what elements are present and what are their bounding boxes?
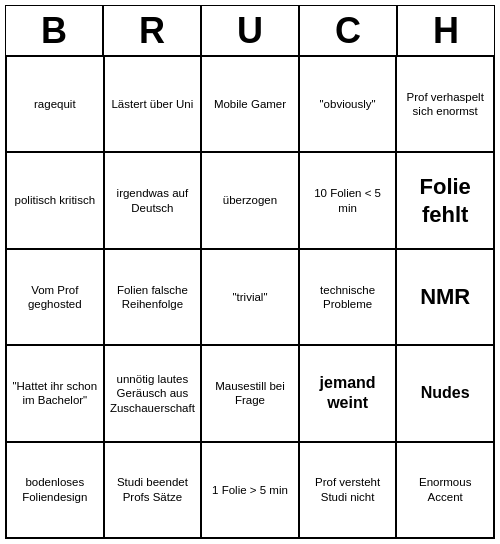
bingo-cell-1[interactable]: Lästert über Uni <box>104 56 202 152</box>
bingo-cell-21[interactable]: Studi beendet Profs Sätze <box>104 442 202 538</box>
bingo-cell-19[interactable]: Nudes <box>396 345 494 441</box>
bingo-cell-24[interactable]: Enormous Accent <box>396 442 494 538</box>
bingo-cell-6[interactable]: irgendwas auf Deutsch <box>104 152 202 248</box>
header-letter-R: R <box>103 5 201 55</box>
bingo-cell-0[interactable]: ragequit <box>6 56 104 152</box>
bingo-cell-22[interactable]: 1 Folie > 5 min <box>201 442 299 538</box>
bingo-grid: ragequitLästert über UniMobile Gamer"obv… <box>5 55 495 539</box>
bingo-cell-9[interactable]: Folie fehlt <box>396 152 494 248</box>
bingo-cell-12[interactable]: "trivial" <box>201 249 299 345</box>
header-letter-H: H <box>397 5 495 55</box>
bingo-cell-17[interactable]: Mausestill bei Frage <box>201 345 299 441</box>
bingo-cell-23[interactable]: Prof versteht Studi nicht <box>299 442 397 538</box>
bingo-cell-7[interactable]: überzogen <box>201 152 299 248</box>
header-letter-C: C <box>299 5 397 55</box>
bingo-cell-3[interactable]: "obviously" <box>299 56 397 152</box>
bingo-cell-15[interactable]: "Hattet ihr schon im Bachelor" <box>6 345 104 441</box>
bingo-cell-11[interactable]: Folien falsche Reihenfolge <box>104 249 202 345</box>
bingo-cell-10[interactable]: Vom Prof geghosted <box>6 249 104 345</box>
bingo-header: BRUCH <box>5 5 495 55</box>
bingo-cell-18[interactable]: jemand weint <box>299 345 397 441</box>
bingo-cell-13[interactable]: technische Probleme <box>299 249 397 345</box>
bingo-cell-4[interactable]: Prof verhaspelt sich enormst <box>396 56 494 152</box>
header-letter-U: U <box>201 5 299 55</box>
bingo-cell-14[interactable]: NMR <box>396 249 494 345</box>
bingo-cell-16[interactable]: unnötig lautes Geräusch aus Zuschauersch… <box>104 345 202 441</box>
bingo-card: BRUCH ragequitLästert über UniMobile Gam… <box>5 5 495 539</box>
bingo-cell-20[interactable]: bodenloses Foliendesign <box>6 442 104 538</box>
header-letter-B: B <box>5 5 103 55</box>
bingo-cell-5[interactable]: politisch kritisch <box>6 152 104 248</box>
bingo-cell-8[interactable]: 10 Folien < 5 min <box>299 152 397 248</box>
bingo-cell-2[interactable]: Mobile Gamer <box>201 56 299 152</box>
